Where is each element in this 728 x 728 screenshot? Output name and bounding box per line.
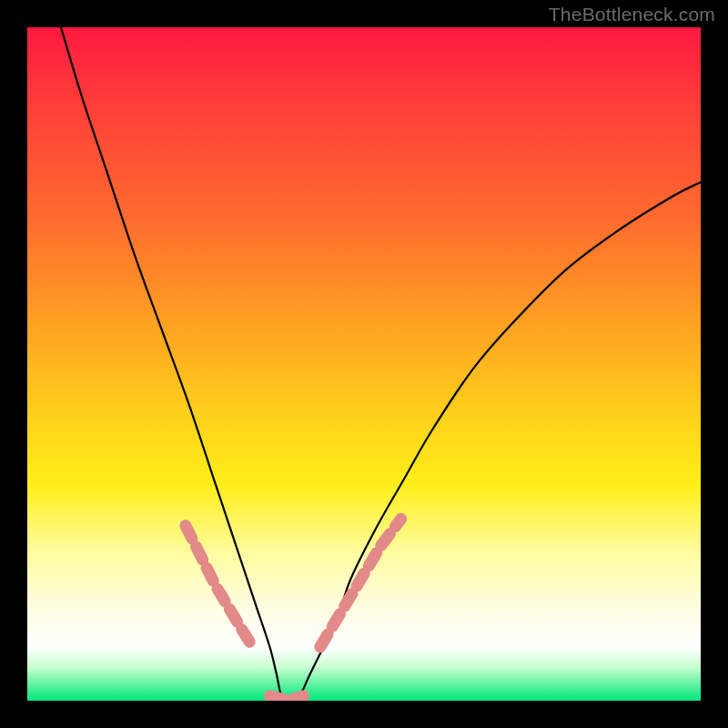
highlight-dash [242, 630, 250, 642]
highlight-dash [357, 573, 364, 586]
series-highlight-bottom [269, 696, 303, 700]
highlight-dash [293, 696, 304, 699]
watermark-text: TheBottleneck.com [549, 4, 715, 25]
highlight-dash [197, 547, 203, 560]
highlight-dash [217, 589, 225, 602]
series-bottleneck-curve [61, 27, 701, 701]
highlight-dash [269, 696, 283, 700]
highlight-dash [229, 610, 237, 622]
chart-frame: TheBottleneck.com [0, 0, 728, 728]
highlight-dash [395, 519, 400, 526]
chart-plot-area [27, 27, 701, 701]
chart-svg [27, 27, 701, 701]
highlight-dash [381, 534, 390, 546]
highlight-dash [332, 614, 339, 627]
highlight-dash [186, 526, 192, 539]
highlight-dash [369, 553, 376, 566]
series-highlight-right [320, 519, 401, 647]
highlight-dash [320, 634, 328, 647]
highlight-dash [345, 593, 352, 606]
highlight-dash [207, 568, 213, 581]
series-highlight-left [186, 526, 249, 642]
